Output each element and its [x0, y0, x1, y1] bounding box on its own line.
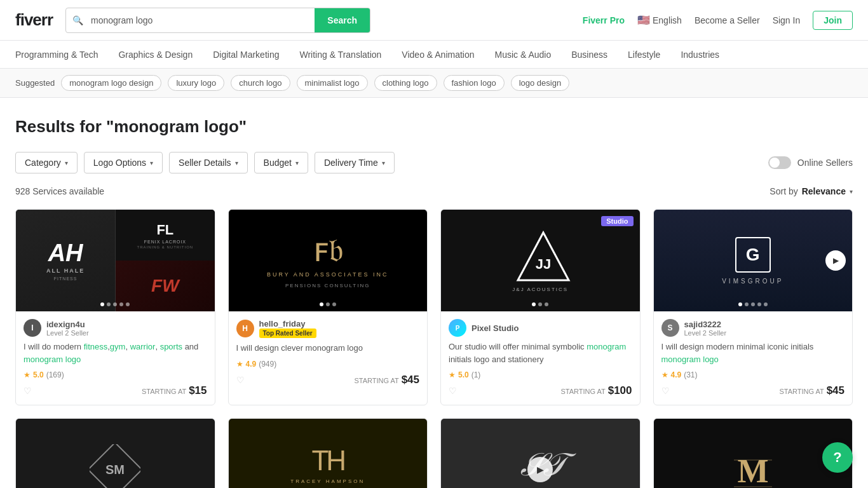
- link-blue: warrior: [130, 342, 156, 351]
- star-icon: ★: [661, 370, 668, 379]
- star-icon: ★: [449, 370, 456, 379]
- help-button[interactable]: ?: [822, 442, 853, 473]
- nav-item-writing[interactable]: Writing & Translation: [299, 42, 381, 67]
- nav-item-business[interactable]: Business: [571, 42, 607, 67]
- card-image-6: TH TRACEY HAMPSON BUSINESS CONSULTANT: [229, 419, 428, 488]
- logo[interactable]: fiverr: [15, 10, 53, 30]
- seller-name-1[interactable]: idexign4u: [46, 320, 89, 329]
- service-card-4[interactable]: G VIMSGROUP ▶ S sajid3222: [653, 209, 853, 405]
- tag-fashion-logo[interactable]: fashion logo: [444, 75, 505, 91]
- fiverr-pro-link[interactable]: Fiverr Pro: [583, 15, 625, 25]
- cards-grid-row2: SM TH TRACEY HAMPSON BUSINESS CONSULTANT: [15, 418, 853, 488]
- service-card-1[interactable]: AH ALL HALE FITNESS FL FENIX LACROIX TRA…: [15, 209, 215, 405]
- seller-info-2: H hello_friday Top Rated Seller: [236, 319, 420, 338]
- ba-sub: PENSIONS CONSULTING: [285, 283, 370, 288]
- online-sellers-toggle[interactable]: [768, 156, 791, 169]
- search-input[interactable]: [83, 15, 315, 25]
- card-footer-2: ♡ STARTING AT $45: [236, 374, 420, 386]
- logo-subtext: FITNESS: [54, 276, 78, 281]
- language-selector[interactable]: 🇺🇸 English: [637, 14, 682, 26]
- price-4: $45: [827, 384, 844, 396]
- price-wrap-3: STARTING AT $100: [560, 384, 632, 397]
- play-button-4[interactable]: ▶: [825, 250, 846, 271]
- card-body-2: H hello_friday Top Rated Seller I will d…: [229, 311, 428, 394]
- tag-monogram-logo-design[interactable]: monogram logo design: [61, 75, 161, 91]
- nav-item-digital[interactable]: Digital Marketing: [213, 42, 279, 67]
- card-image-2: ꜰ𝔟 BURY AND ASSOCIATES INC PENSIONS CONS…: [229, 210, 428, 311]
- results-count: 928 Services available: [15, 186, 104, 196]
- seller-details-filter[interactable]: Seller Details ▾: [169, 152, 247, 173]
- nav-item-industries[interactable]: Industries: [681, 42, 719, 67]
- seller-info-1: I idexign4u Level 2 Seller: [24, 319, 207, 337]
- price-2: $45: [402, 374, 419, 386]
- nav-item-lifestyle[interactable]: Lifestyle: [628, 42, 660, 67]
- service-card-6[interactable]: TH TRACEY HAMPSON BUSINESS CONSULTANT: [228, 418, 428, 488]
- seller-name-4[interactable]: sajid3222: [684, 320, 727, 329]
- service-card-3[interactable]: JJ J&J ACOUSTICS Studio P Pixel Studio: [440, 209, 641, 405]
- link-blue: monogram logo: [24, 355, 81, 364]
- card-dots-3: [532, 302, 548, 306]
- card-image-4: G VIMSGROUP ▶: [654, 210, 853, 311]
- rating-count-2: (949): [259, 360, 276, 369]
- card-image-art-6: TH TRACEY HAMPSON BUSINESS CONSULTANT: [229, 419, 428, 488]
- chevron-down-icon[interactable]: ▾: [850, 188, 853, 195]
- nav-item-music[interactable]: Music & Audio: [495, 42, 552, 67]
- link-blue: sports: [160, 342, 182, 351]
- rating-count-4: (31): [684, 370, 697, 379]
- chevron-down-icon: ▾: [150, 159, 153, 166]
- category-filter[interactable]: Category ▾: [15, 152, 78, 173]
- sort-value[interactable]: Relevance: [802, 186, 846, 196]
- price-wrap-1: STARTING AT $15: [142, 384, 207, 397]
- card-footer-1: ♡ STARTING AT $15: [24, 384, 207, 397]
- heart-icon-3[interactable]: ♡: [449, 386, 457, 396]
- nav-item-graphics[interactable]: Graphics & Design: [118, 42, 193, 67]
- sign-in-link[interactable]: Sign In: [773, 15, 801, 25]
- tag-minimalist-logo[interactable]: minimalist logo: [297, 75, 368, 91]
- become-seller-link[interactable]: Become a Seller: [695, 15, 760, 25]
- card-image-art-4: G VIMSGROUP: [654, 210, 853, 311]
- nav-item-programming[interactable]: Programming & Tech: [15, 42, 98, 67]
- card-image-5: SM: [16, 419, 215, 488]
- seller-name-3[interactable]: Pixel Studio: [471, 323, 519, 333]
- starting-label-1: STARTING AT: [142, 388, 186, 395]
- seller-name-wrap-4: sajid3222 Level 2 Seller: [684, 320, 727, 337]
- link-blue: gym: [110, 342, 126, 351]
- play-button-7[interactable]: ▶: [527, 457, 553, 482]
- card-dots-1: [100, 302, 130, 306]
- card-title-1: I will do modern fitness,gym, warrior, s…: [24, 341, 207, 365]
- sort-wrap: Sort by Relevance ▾: [770, 186, 853, 196]
- tag-logo-design[interactable]: logo design: [511, 75, 570, 91]
- card-image-right: FL FENIX LACROIX TRAINING & NUTRITION FW: [115, 210, 214, 311]
- avatar-1: I: [24, 319, 41, 337]
- service-card-5[interactable]: SM: [15, 418, 215, 488]
- service-card-7[interactable]: 𝒮𝒯 SAFCOND TRAVEL ▶: [440, 418, 641, 488]
- card-dots-2: [320, 302, 336, 306]
- card-footer-4: ♡ STARTING AT $45: [661, 384, 845, 397]
- dot: [538, 302, 542, 306]
- svg-text:JJ: JJ: [536, 256, 551, 272]
- heart-icon-4[interactable]: ♡: [661, 386, 670, 396]
- heart-icon-1[interactable]: ♡: [24, 386, 32, 396]
- suggested-label: Suggested: [15, 78, 55, 88]
- budget-filter-label: Budget: [264, 158, 292, 168]
- heart-icon-2[interactable]: ♡: [236, 375, 245, 385]
- join-button[interactable]: Join: [813, 11, 853, 30]
- card-image-left: AH ALL HALE FITNESS: [16, 210, 115, 311]
- budget-filter[interactable]: Budget ▾: [254, 152, 308, 173]
- language-label[interactable]: English: [653, 15, 682, 25]
- tag-clothing-logo[interactable]: clothing logo: [374, 75, 437, 91]
- service-card-2[interactable]: ꜰ𝔟 BURY AND ASSOCIATES INC PENSIONS CONS…: [228, 209, 428, 405]
- search-button[interactable]: Search: [315, 8, 370, 33]
- tag-church-logo[interactable]: church logo: [231, 75, 290, 91]
- seller-name-2[interactable]: hello_friday: [259, 319, 316, 329]
- tag-luxury-logo[interactable]: luxury logo: [168, 75, 224, 91]
- logo-options-filter[interactable]: Logo Options ▾: [84, 152, 163, 173]
- online-sellers-label: Online Sellers: [797, 158, 853, 168]
- card-image-art-2: ꜰ𝔟 BURY AND ASSOCIATES INC PENSIONS CONS…: [229, 210, 428, 311]
- delivery-time-filter[interactable]: Delivery Time ▾: [315, 152, 395, 173]
- nav-item-video[interactable]: Video & Animation: [402, 42, 474, 67]
- card-image-art-1: AH ALL HALE FITNESS FL FENIX LACROIX TRA…: [16, 210, 215, 311]
- price-3: $100: [608, 384, 632, 396]
- card-image-rb: FW: [115, 261, 214, 311]
- fl-text: FENIX LACROIX: [144, 240, 186, 244]
